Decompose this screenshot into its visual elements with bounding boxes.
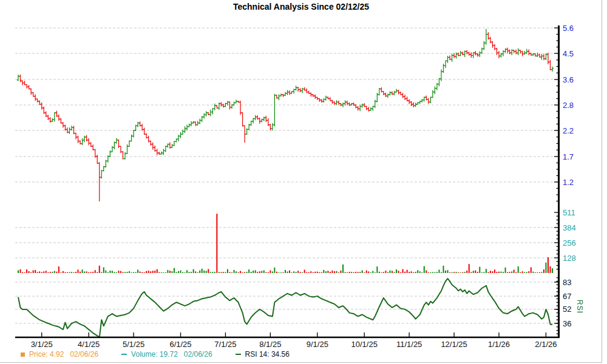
svg-text:11/1/25: 11/1/25 (396, 340, 422, 349)
technical-analysis-chart: 5.64.53.62.82.21.71.25113842561288367523… (0, 0, 607, 364)
legend-rsi: RSI 14: 34.56 (236, 350, 293, 359)
svg-text:128: 128 (563, 254, 576, 263)
legend-price-date: 02/06/26 (70, 350, 98, 359)
price-square-icon (21, 352, 25, 357)
svg-text:3/1/25: 3/1/25 (31, 340, 53, 349)
chart-canvas: 5.64.53.62.82.21.71.25113842561288367523… (0, 0, 607, 364)
svg-text:83: 83 (563, 278, 571, 287)
svg-text:1/1/26: 1/1/26 (488, 340, 510, 349)
legend-rsi-label: RSI 14: 34.56 (245, 350, 290, 359)
svg-text:3.6: 3.6 (563, 75, 574, 84)
svg-text:10/1/25: 10/1/25 (351, 340, 378, 349)
legend-price-label: Price: 4.92 (29, 350, 64, 359)
svg-text:12/1/25: 12/1/25 (441, 340, 467, 349)
svg-text:4.5: 4.5 (563, 49, 574, 58)
svg-text:9/1/25: 9/1/25 (307, 340, 328, 349)
svg-text:67: 67 (563, 292, 571, 301)
svg-text:8/1/25: 8/1/25 (259, 340, 281, 349)
svg-text:7/1/25: 7/1/25 (214, 340, 236, 349)
svg-text:4/1/25: 4/1/25 (78, 340, 100, 349)
svg-text:2.8: 2.8 (563, 101, 574, 110)
svg-text:6/1/25: 6/1/25 (169, 340, 191, 349)
svg-text:1.7: 1.7 (563, 152, 574, 161)
rsi-dash-icon (236, 354, 241, 355)
svg-text:2/1/26: 2/1/26 (535, 340, 557, 349)
legend-volume-date: 02/06/26 (184, 350, 212, 359)
svg-text:5.6: 5.6 (563, 24, 574, 33)
svg-text:52: 52 (563, 305, 571, 314)
frame-border-bottom (0, 362, 602, 363)
svg-text:384: 384 (563, 223, 576, 232)
volume-dash-icon (121, 354, 127, 355)
frame-border-right (602, 0, 602, 363)
chart-legend: Price: 4.92 02/06/26 Volume: 19.72 02/06… (21, 350, 293, 359)
svg-text:511: 511 (563, 208, 575, 217)
svg-text:2.2: 2.2 (563, 126, 574, 135)
svg-text:256: 256 (563, 238, 576, 248)
legend-volume-label: Volume: 19.72 (131, 350, 178, 359)
svg-text:36: 36 (563, 319, 571, 328)
svg-text:RSI: RSI (575, 300, 584, 314)
chart-widget: Technical Analysis Since 02/12/25 5.64.5… (0, 0, 607, 364)
svg-text:1.2: 1.2 (563, 178, 574, 187)
legend-volume: Volume: 19.72 02/06/26 (121, 350, 212, 359)
legend-price: Price: 4.92 02/06/26 (21, 350, 98, 359)
svg-text:5/1/25: 5/1/25 (123, 340, 144, 349)
